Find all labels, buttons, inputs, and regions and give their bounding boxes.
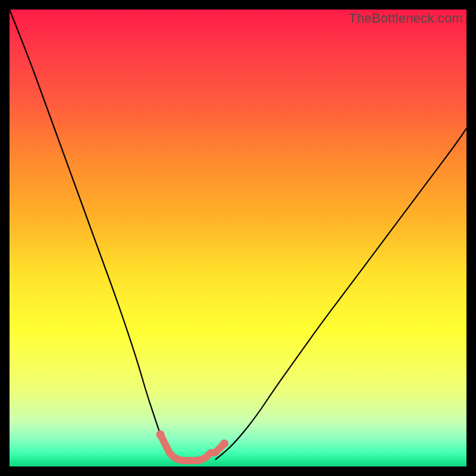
curve-layer xyxy=(10,10,466,466)
valley-overlay xyxy=(160,434,224,461)
left-curve xyxy=(10,10,176,460)
valley-dot-left xyxy=(156,430,164,439)
chart-frame: TheBottleneck.com xyxy=(0,0,476,476)
valley-dot-right xyxy=(220,440,228,448)
plot-area: TheBottleneck.com xyxy=(10,10,466,466)
right-curve xyxy=(215,129,466,460)
